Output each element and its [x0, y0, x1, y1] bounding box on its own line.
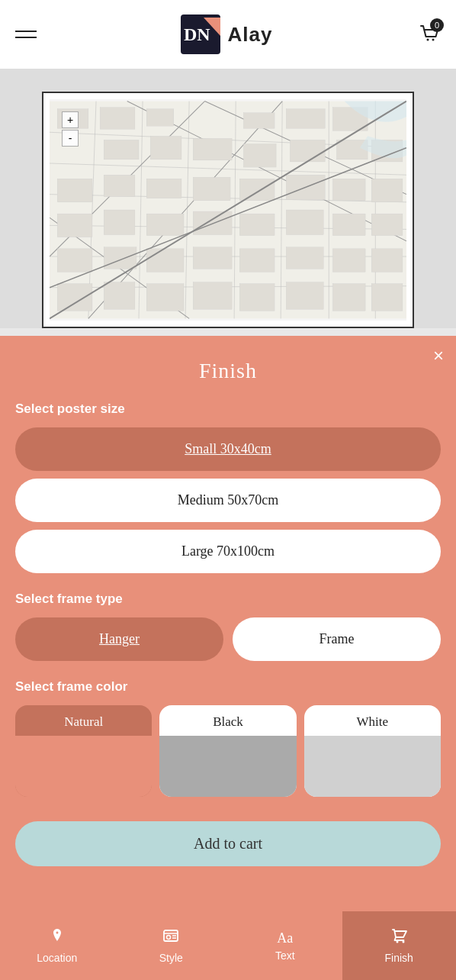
svg-rect-51 — [104, 247, 136, 269]
color-white-label: White — [357, 705, 389, 736]
svg-point-75 — [397, 941, 399, 943]
svg-point-3 — [426, 38, 429, 40]
text-icon: Aa — [277, 930, 293, 946]
svg-rect-25 — [100, 108, 135, 129]
nav-location-button[interactable]: Location — [0, 911, 114, 980]
zoom-out-button[interactable]: - — [62, 130, 79, 147]
logo-area: DN Alay — [181, 15, 273, 54]
close-button[interactable]: × — [433, 347, 444, 365]
nav-style-button[interactable]: Style — [114, 911, 229, 980]
svg-rect-39 — [193, 177, 230, 201]
svg-rect-49 — [332, 214, 365, 235]
map-frame: + - — [42, 92, 414, 328]
bottom-nav: Location Style Aa Text — [0, 911, 456, 980]
svg-rect-54 — [239, 249, 275, 272]
svg-point-72 — [167, 936, 171, 940]
size-large-button[interactable]: Large 70x100cm — [15, 530, 441, 573]
color-natural-swatch — [15, 736, 152, 797]
svg-rect-48 — [286, 210, 323, 235]
nav-text-button[interactable]: Aa Text — [228, 911, 342, 980]
modal-body: Select poster size Small 30x40cm Medium … — [0, 383, 456, 866]
nav-finish-button[interactable]: Finish — [342, 911, 457, 980]
color-white-button[interactable]: White — [304, 705, 441, 797]
modal-overlay: × Finish Select poster size Small 30x40c… — [0, 336, 456, 980]
cart-button[interactable]: 0 — [416, 21, 441, 48]
frame-color-options: Natural Black White — [15, 705, 441, 797]
svg-rect-63 — [332, 284, 365, 311]
nav-style-label: Style — [159, 952, 183, 964]
finish-icon — [390, 927, 407, 949]
svg-rect-59 — [146, 284, 184, 311]
frame-type-frame-button[interactable]: Frame — [233, 617, 441, 661]
svg-text:DN: DN — [184, 24, 210, 44]
svg-rect-29 — [193, 138, 232, 160]
add-to-cart-button[interactable]: Add to cart — [15, 821, 441, 866]
logo-text: Alay — [228, 23, 273, 47]
color-black-swatch — [159, 736, 296, 797]
svg-rect-52 — [146, 249, 184, 272]
svg-rect-58 — [104, 282, 135, 310]
svg-rect-33 — [243, 144, 276, 168]
svg-rect-67 — [371, 284, 403, 311]
svg-rect-31 — [286, 109, 325, 128]
svg-rect-42 — [332, 179, 365, 200]
svg-rect-46 — [193, 211, 232, 235]
svg-rect-26 — [146, 109, 174, 126]
cart-badge: 0 — [430, 18, 444, 32]
color-black-button[interactable]: Black — [159, 705, 296, 797]
frame-type-label: Select frame type — [15, 592, 441, 607]
svg-rect-44 — [104, 210, 135, 235]
style-icon — [162, 927, 179, 949]
svg-rect-38 — [146, 179, 181, 198]
color-black-label: Black — [213, 705, 243, 736]
svg-point-76 — [403, 941, 405, 943]
svg-rect-56 — [332, 249, 365, 272]
color-natural-button[interactable]: Natural — [15, 705, 152, 797]
svg-rect-53 — [193, 247, 232, 269]
menu-button[interactable] — [15, 31, 37, 38]
map-area: + - — [0, 69, 456, 328]
map-inner: + - — [50, 99, 406, 321]
svg-rect-50 — [57, 249, 92, 272]
nav-location-label: Location — [37, 952, 77, 964]
svg-rect-37 — [104, 175, 135, 196]
svg-point-4 — [432, 38, 434, 40]
logo-icon: DN — [181, 15, 220, 54]
zoom-in-button[interactable]: + — [62, 111, 79, 128]
svg-rect-61 — [239, 284, 275, 311]
svg-rect-28 — [104, 140, 139, 159]
svg-rect-30 — [243, 113, 275, 128]
svg-rect-35 — [336, 140, 368, 159]
nav-finish-label: Finish — [385, 952, 413, 964]
map-controls: + - — [62, 111, 79, 147]
svg-rect-40 — [239, 179, 275, 200]
svg-rect-65 — [371, 214, 403, 235]
color-natural-label: Natural — [64, 705, 103, 736]
svg-rect-34 — [290, 140, 325, 161]
svg-rect-57 — [57, 284, 92, 311]
svg-rect-66 — [371, 249, 403, 272]
nav-text-label: Text — [275, 949, 295, 962]
svg-rect-55 — [286, 247, 323, 269]
location-icon — [49, 927, 66, 949]
header: DN Alay 0 — [0, 0, 456, 69]
color-white-swatch — [304, 736, 441, 797]
frame-type-hanger-button[interactable]: Hanger — [15, 617, 223, 661]
svg-rect-27 — [150, 136, 181, 160]
svg-rect-36 — [57, 179, 92, 202]
size-options: Small 30x40cm Medium 50x70cm Large 70x10… — [15, 427, 441, 573]
size-medium-button[interactable]: Medium 50x70cm — [15, 479, 441, 522]
size-small-button[interactable]: Small 30x40cm — [15, 427, 441, 471]
svg-rect-45 — [146, 214, 184, 235]
svg-rect-43 — [57, 214, 92, 237]
map-svg — [50, 99, 406, 321]
svg-rect-47 — [239, 214, 275, 235]
frame-color-label: Select frame color — [15, 679, 441, 695]
modal-title: Finish — [0, 336, 456, 383]
poster-size-label: Select poster size — [15, 401, 441, 417]
frame-type-options: Hanger Frame — [15, 617, 441, 661]
svg-rect-64 — [371, 179, 403, 202]
svg-rect-62 — [286, 282, 323, 310]
svg-rect-60 — [193, 282, 232, 310]
